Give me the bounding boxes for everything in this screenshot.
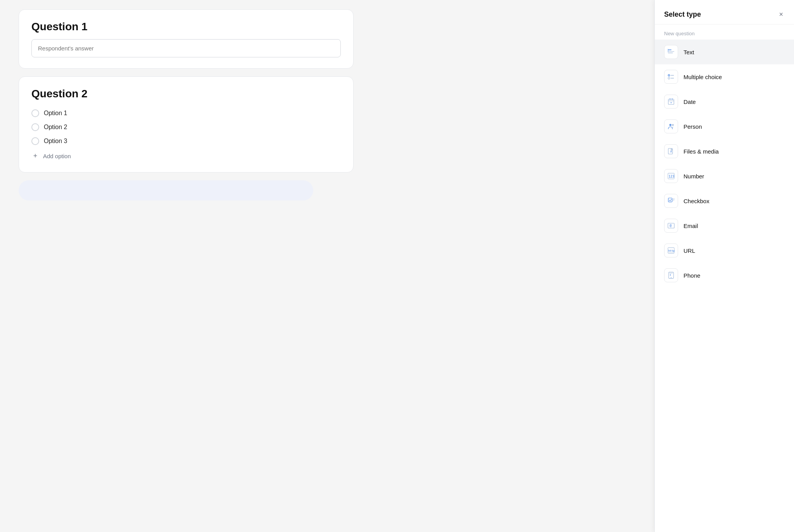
type-files-label: Files & media (684, 148, 719, 155)
phone-icon (664, 268, 678, 282)
close-panel-button[interactable]: × (777, 9, 785, 19)
panel-section-label: New question (655, 24, 794, 40)
svg-rect-20 (673, 199, 675, 199)
type-phone-label: Phone (684, 272, 700, 279)
date-icon (664, 95, 678, 109)
svg-text:@: @ (670, 224, 671, 228)
svg-text:123: 123 (669, 174, 675, 178)
option-2-row: Option 2 (31, 120, 341, 134)
type-email-label: Email (684, 223, 698, 229)
files-icon (664, 144, 678, 158)
select-type-panel: Select type × New question Text (654, 0, 794, 532)
type-item-date[interactable]: Date (655, 89, 794, 114)
svg-rect-1 (668, 51, 675, 52)
svg-rect-10 (670, 98, 670, 100)
checkbox-icon (664, 194, 678, 208)
option-3-radio[interactable] (31, 137, 39, 145)
question-1-card: Question 1 (19, 9, 354, 69)
svg-point-16 (671, 150, 671, 151)
option-1-row: Option 1 (31, 106, 341, 120)
type-url-label: URL (684, 247, 695, 254)
plus-icon: + (31, 152, 39, 160)
type-number-label: Number (684, 173, 704, 180)
panel-title: Select type (664, 10, 701, 19)
type-person-label: Person (684, 123, 702, 130)
question-2-title: Question 2 (31, 88, 341, 100)
multiple-choice-icon (664, 70, 678, 84)
type-date-label: Date (684, 98, 696, 105)
option-1-label: Option 1 (44, 110, 67, 117)
option-3-label: Option 3 (44, 138, 67, 145)
option-2-radio[interactable] (31, 123, 39, 131)
type-text-label: Text (684, 49, 694, 55)
add-option-button[interactable]: + Add option (31, 148, 341, 161)
svg-rect-19 (668, 198, 672, 202)
type-item-person[interactable]: Person (655, 114, 794, 139)
type-item-text[interactable]: Text (655, 40, 794, 64)
add-question-button[interactable] (19, 180, 313, 200)
option-3-row: Option 3 (31, 134, 341, 148)
svg-text:http: http (668, 249, 675, 252)
main-content: Question 1 Question 2 Option 1 Option 2 … (0, 0, 372, 532)
option-2-label: Option 2 (44, 124, 67, 131)
option-1-radio[interactable] (31, 109, 39, 117)
type-item-email[interactable]: @ Email (655, 213, 794, 238)
svg-point-12 (671, 102, 672, 103)
svg-rect-21 (673, 200, 675, 200)
text-icon (664, 45, 678, 59)
email-icon: @ (664, 219, 678, 233)
type-item-url[interactable]: http URL (655, 238, 794, 263)
svg-point-6 (668, 77, 670, 79)
svg-rect-2 (668, 53, 673, 53)
person-icon (664, 119, 678, 133)
svg-rect-11 (672, 98, 673, 100)
number-icon: 123 (664, 169, 678, 183)
type-item-phone[interactable]: Phone (655, 263, 794, 288)
svg-point-5 (669, 75, 670, 76)
svg-rect-3 (668, 49, 669, 52)
panel-header: Select type × (655, 0, 794, 24)
type-list: Text Multiple choice (655, 40, 794, 532)
svg-rect-9 (668, 99, 674, 105)
url-icon: http (664, 244, 678, 257)
add-option-label: Add option (43, 153, 71, 159)
type-multiple-choice-label: Multiple choice (684, 74, 722, 80)
type-item-checkbox[interactable]: Checkbox (655, 188, 794, 213)
question-2-card: Question 2 Option 1 Option 2 Option 3 + … (19, 76, 354, 173)
type-item-files[interactable]: Files & media (655, 139, 794, 164)
svg-rect-7 (671, 75, 674, 76)
question-1-title: Question 1 (31, 21, 341, 33)
question-1-answer-input[interactable] (31, 39, 341, 57)
svg-point-13 (669, 124, 671, 126)
type-item-number[interactable]: 123 Number (655, 164, 794, 188)
svg-point-14 (672, 124, 674, 126)
type-checkbox-label: Checkbox (684, 198, 709, 204)
svg-point-28 (671, 277, 671, 278)
svg-rect-26 (668, 252, 675, 253)
type-item-multiple-choice[interactable]: Multiple choice (655, 64, 794, 89)
svg-rect-8 (671, 78, 674, 79)
